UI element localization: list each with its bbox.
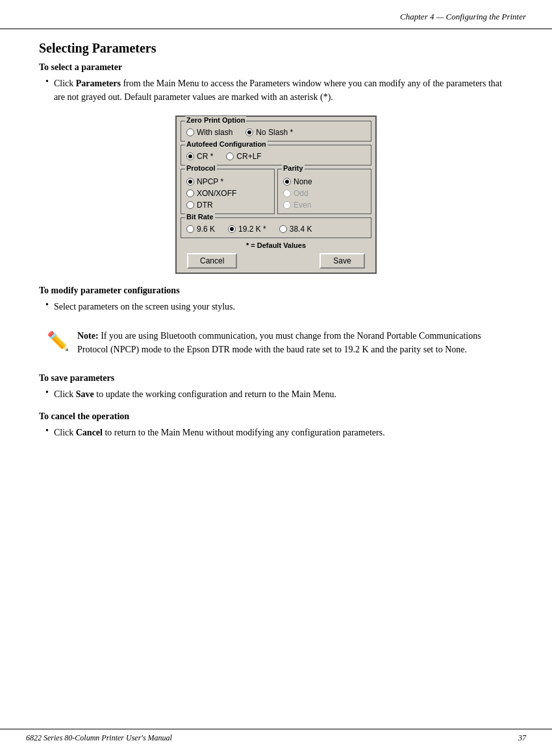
dialog-buttons: Cancel Save xyxy=(181,253,371,269)
zero-print-fieldset: Zero Print Option With slash No Slash * xyxy=(181,121,371,141)
autofeed-fieldset: Autofeed Configuration CR * CR+LF xyxy=(181,145,371,165)
default-note: * = Default Values xyxy=(181,241,371,249)
note-content: If you are using Bluetooth communication… xyxy=(77,331,481,354)
xon-option[interactable]: XON/XOFF xyxy=(186,189,236,198)
odd-radio[interactable] xyxy=(283,189,291,197)
with-slash-option[interactable]: With slash xyxy=(186,128,232,137)
footer-left: 6822 Series 80-Column Printer User's Man… xyxy=(26,733,172,743)
k96-label: 9.6 K xyxy=(197,225,215,234)
xon-label: XON/XOFF xyxy=(197,189,236,198)
pencil-icon: ✏️ xyxy=(47,330,69,356)
bitrate-legend: Bit Rate xyxy=(185,213,215,221)
none-option[interactable]: None xyxy=(283,177,312,186)
k384-radio[interactable] xyxy=(279,225,287,233)
bullet-item-4: • Click Cancel to return to the Main Men… xyxy=(39,426,513,439)
odd-option[interactable]: Odd xyxy=(283,189,308,198)
dtr-label: DTR xyxy=(197,201,213,210)
bullet-text-1: Click Parameters from the Main Menu to a… xyxy=(54,77,513,104)
note-label: Note: xyxy=(77,331,99,341)
protocol-parity-row: Protocol NPCP * XON/XOFF xyxy=(181,169,371,214)
none-radio[interactable] xyxy=(283,178,291,186)
cr-radio[interactable] xyxy=(186,152,194,160)
note-text: Note: If you are using Bluetooth communi… xyxy=(77,329,505,356)
k192-label: 19.2 K * xyxy=(238,225,266,234)
footer-right: 37 xyxy=(518,733,526,743)
bullet-item-3: • Click Save to update the working confi… xyxy=(39,387,513,401)
bitrate-radio-row: 9.6 K 19.2 K * 38.4 K xyxy=(186,225,366,234)
dtr-radio[interactable] xyxy=(186,201,194,209)
bitrate-fieldset: Bit Rate 9.6 K 19.2 K * 38.4 K xyxy=(181,217,371,238)
dialog-box: Zero Print Option With slash No Slash * … xyxy=(175,116,377,274)
zero-print-legend: Zero Print Option xyxy=(185,116,246,124)
npcp-radio[interactable] xyxy=(186,178,194,186)
parity-fieldset: Parity None Odd xyxy=(277,169,371,214)
protocol-fieldset: Protocol NPCP * XON/XOFF xyxy=(181,169,275,214)
dtr-row: DTR xyxy=(186,201,269,210)
dialog-wrapper: Zero Print Option With slash No Slash * … xyxy=(39,116,513,274)
sub-title-4: To cancel the operation xyxy=(39,411,513,422)
even-option[interactable]: Even xyxy=(283,201,311,210)
no-slash-option[interactable]: No Slash * xyxy=(245,128,293,137)
with-slash-radio[interactable] xyxy=(186,128,194,136)
bullet-text-3: Click Save to update the working configu… xyxy=(54,387,336,401)
k96-option[interactable]: 9.6 K xyxy=(186,225,215,234)
bullet-dot-4: • xyxy=(45,426,49,439)
note-box: ✏️ Note: If you are using Bluetooth comm… xyxy=(39,323,513,363)
save-button[interactable]: Save xyxy=(320,253,365,269)
bullet-dot-3: • xyxy=(45,387,49,401)
content: Selecting Parameters To select a paramet… xyxy=(0,41,552,439)
with-slash-label: With slash xyxy=(197,128,232,137)
dtr-option[interactable]: DTR xyxy=(186,201,213,210)
zero-print-radio-row: With slash No Slash * xyxy=(186,128,366,137)
crlf-radio[interactable] xyxy=(226,152,234,160)
npcp-option[interactable]: NPCP * xyxy=(186,177,223,186)
autofeed-radio-row: CR * CR+LF xyxy=(186,152,366,161)
k192-option[interactable]: 19.2 K * xyxy=(228,225,266,234)
crlf-label: CR+LF xyxy=(236,152,261,161)
sub-title-1: To select a parameter xyxy=(39,62,513,73)
cancel-button[interactable]: Cancel xyxy=(187,253,237,269)
no-slash-label: No Slash * xyxy=(256,128,293,137)
even-label: Even xyxy=(294,201,311,210)
parity-legend: Parity xyxy=(282,164,305,172)
xon-row: XON/XOFF xyxy=(186,189,269,198)
npcp-label: NPCP * xyxy=(197,177,223,186)
autofeed-legend: Autofeed Configuration xyxy=(185,140,268,148)
cr-option[interactable]: CR * xyxy=(186,152,213,161)
bullet-item-1: • Click Parameters from the Main Menu to… xyxy=(39,77,513,104)
bullet-item-2: • Select parameters on the screen using … xyxy=(39,300,513,313)
bullet-dot-2: • xyxy=(45,300,49,313)
k192-radio[interactable] xyxy=(228,225,236,233)
crlf-option[interactable]: CR+LF xyxy=(226,152,261,161)
cr-label: CR * xyxy=(197,152,213,161)
k384-label: 38.4 K xyxy=(290,225,312,234)
even-radio[interactable] xyxy=(283,201,291,209)
section-title: Selecting Parameters xyxy=(39,41,513,56)
header-text: Chapter 4 — Configuring the Printer xyxy=(400,12,526,21)
none-row: None xyxy=(283,177,366,186)
page-header: Chapter 4 — Configuring the Printer xyxy=(0,0,552,29)
bullet-text-2: Select parameters on the screen using yo… xyxy=(54,300,235,313)
odd-row: Odd xyxy=(283,189,366,198)
sub-title-3: To save parameters xyxy=(39,373,513,384)
none-label: None xyxy=(294,177,312,186)
k384-option[interactable]: 38.4 K xyxy=(279,225,312,234)
even-row: Even xyxy=(283,201,366,210)
bullet-dot-1: • xyxy=(45,77,49,104)
sub-title-2: To modify parameter configurations xyxy=(39,286,513,296)
no-slash-radio[interactable] xyxy=(245,128,253,136)
k96-radio[interactable] xyxy=(186,225,194,233)
protocol-legend: Protocol xyxy=(185,164,217,172)
npcp-row: NPCP * xyxy=(186,177,269,186)
page-footer: 6822 Series 80-Column Printer User's Man… xyxy=(0,729,552,743)
odd-label: Odd xyxy=(294,189,308,198)
bullet-text-4: Click Cancel to return to the Main Menu … xyxy=(54,426,385,439)
xon-radio[interactable] xyxy=(186,189,194,197)
